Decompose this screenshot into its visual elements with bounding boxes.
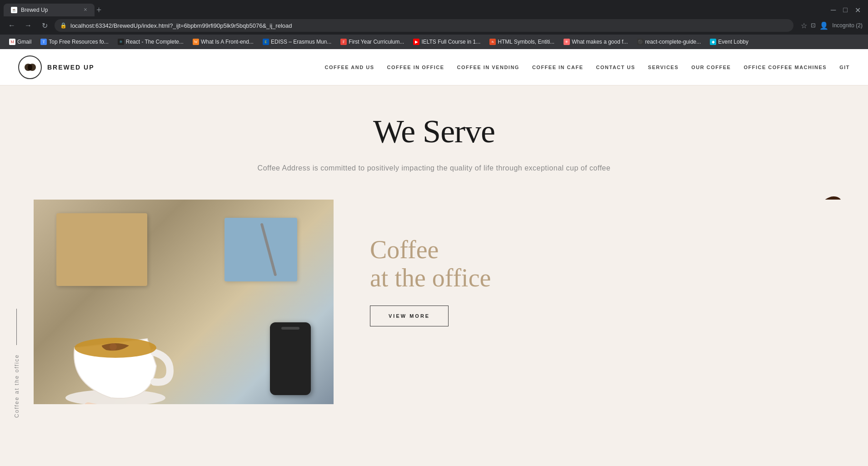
hero-title: We Serve [18,113,850,150]
bookmark-event-lobby[interactable]: ◆ Event Lobby [706,37,752,46]
bookmark-ediss-label: EDISS – Erasmus Mun... [271,39,331,45]
right-content: Coffee at the office VIEW MORE [334,200,868,427]
bookmark-top-free[interactable]: T Top Free Resources fo... [37,37,112,46]
nav-links: COFFEE AND US COFFEE IN OFFICE COFFEE IN… [325,65,850,70]
nav-git[interactable]: GIT [839,65,850,70]
security-icon: 🔒 [60,22,67,29]
nav-coffee-in-vending[interactable]: COFFEE IN VENDING [457,65,519,70]
bookmark-react-guide[interactable]: ⚫ react-complete-guide... [634,37,705,46]
hero-section: We Serve Coffee Address is committed to … [0,85,868,200]
forward-button[interactable]: → [22,19,35,32]
html-favicon: & [489,39,496,45]
coffee-heading-line1: Coffee [370,236,439,264]
window-close[interactable]: ✕ [851,6,864,15]
view-more-button[interactable]: VIEW MORE [370,306,449,326]
browser-controls: ← → ↻ 🔒 localhost:63342/BrewedUp/index.h… [0,16,868,35]
bookmark-ielts-label: IELTS Full Course in 1... [421,39,480,45]
bookmark-frontend[interactable]: W What Is A Front-end... [189,37,257,46]
bookmark-goodf[interactable]: ✳ What makes a good f... [560,37,631,46]
bookmark-goodf-label: What makes a good f... [572,39,628,45]
office-photo [34,200,334,404]
notebook-prop [56,213,147,286]
browser-chrome: ☕ Brewed Up × + ─ □ ✕ ← → ↻ 🔒 localhost:… [0,0,868,49]
nav-coffee-in-office[interactable]: COFFEE IN OFFICE [387,65,444,70]
tab-title: Brewed Up [21,7,80,13]
logo-area[interactable]: BREWED UP [18,55,100,79]
svg-point-2 [28,64,32,70]
bookmarks-bar: M Gmail T Top Free Resources fo... ⚛ Rea… [0,35,868,49]
svg-point-3 [820,194,843,200]
bookmark-gmail[interactable]: M Gmail [5,37,35,46]
hero-subtitle: Coffee Address is committed to positivel… [18,164,850,172]
bookmark-curriculum[interactable]: F First Year Curriculum... [337,37,408,46]
curriculum-favicon: F [340,39,347,45]
content-section: Coffee at the office [0,200,868,427]
bookmark-gmail-label: Gmail [17,39,31,45]
address-bar[interactable]: 🔒 localhost:63342/BrewedUp/index.html?_i… [55,19,793,32]
bookmark-react-label: React - The Complete... [126,39,184,45]
bookmark-ediss[interactable]: E EDISS – Erasmus Mun... [259,37,335,46]
tab-favicon: ☕ [11,7,17,13]
svg-point-15 [110,343,117,351]
nav-our-coffee[interactable]: OUR COFFEE [691,65,731,70]
active-tab[interactable]: ☕ Brewed Up × [4,4,95,16]
nav-office-machines[interactable]: OFFICE COFFEE MACHINES [743,65,827,70]
logo-icon [18,55,42,79]
coffee-heading-line2: at the office [370,264,491,292]
side-label: Coffee at the office [0,200,34,427]
url-display: localhost:63342/BrewedUp/index.html?_ijt… [70,22,292,29]
phone-prop [270,322,311,395]
frontend-favicon: W [193,39,199,45]
navbar: BREWED UP COFFEE AND US COFFEE IN OFFICE… [0,49,868,85]
nav-services[interactable]: SERVICES [648,65,678,70]
nav-coffee-and-us[interactable]: COFFEE AND US [325,65,374,70]
side-label-text: Coffee at the office [14,354,20,418]
window-maximize[interactable]: □ [839,6,851,14]
react-guide-favicon: ⚫ [637,39,644,45]
bookmark-react[interactable]: ⚛ React - The Complete... [114,37,187,46]
bookmark-curriculum-label: First Year Curriculum... [349,39,404,45]
nav-coffee-in-cafe[interactable]: COFFEE IN CAFE [532,65,584,70]
goodf-favicon: ✳ [564,39,570,45]
ediss-favicon: E [263,39,269,45]
bookmark-ielts[interactable]: ▶ IELTS Full Course in 1... [409,37,484,46]
bookmark-event-lobby-label: Event Lobby [718,39,748,45]
bookmark-frontend-label: What Is A Front-end... [201,39,254,45]
window-minimize[interactable]: ─ [827,6,839,14]
bookmark-star-icon[interactable]: ☆ [801,21,807,30]
refresh-button[interactable]: ↻ [38,19,51,32]
coffee-cup-prop [61,302,179,404]
logo-text: BREWED UP [47,64,95,71]
gmail-favicon: M [9,39,15,45]
bookmark-html[interactable]: & HTML Symbols, Entiti... [486,37,558,46]
coffee-beans-decoration [795,185,850,200]
profile-icon[interactable]: 👤 [819,21,828,30]
browser-actions: ☆ ⊡ 👤 Incognito (2) [797,21,863,30]
ielts-favicon: ▶ [413,39,419,45]
back-button[interactable]: ← [5,19,18,32]
event-lobby-favicon: ◆ [710,39,716,45]
new-tab-button[interactable]: + [96,5,101,15]
top-free-favicon: T [40,39,47,45]
incognito-label: Incognito (2) [832,22,863,29]
tab-bar: ☕ Brewed Up × + ─ □ ✕ [0,0,868,16]
coffee-heading: Coffee at the office [370,236,841,292]
website-content: BREWED UP COFFEE AND US COFFEE IN OFFICE… [0,49,868,440]
tab-close-button[interactable]: × [84,6,87,14]
react-favicon: ⚛ [118,39,124,45]
bookmark-top-free-label: Top Free Resources fo... [49,39,108,45]
bookmark-html-label: HTML Symbols, Entiti... [498,39,554,45]
tab-search-icon[interactable]: ⊡ [811,22,816,29]
nav-contact-us[interactable]: CONTACT US [596,65,635,70]
bookmark-react-guide-label: react-complete-guide... [645,39,701,45]
